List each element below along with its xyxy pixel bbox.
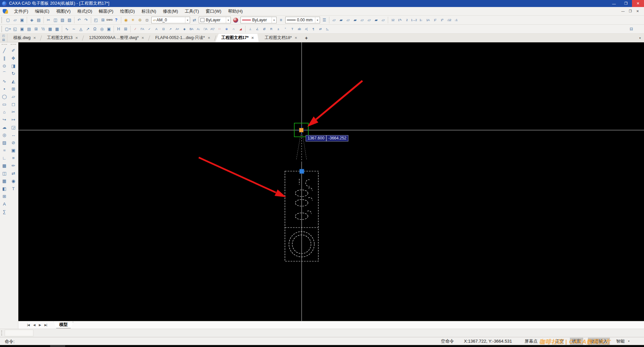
linetype-manager-icon[interactable]: ≡: [278, 17, 284, 23]
menu-draw[interactable]: 绘图(D): [117, 7, 138, 15]
red-grid-dots-icon[interactable]: ∷: [216, 26, 223, 32]
diameter-dim-icon[interactable]: Ø: [261, 26, 268, 32]
lineweight-combo[interactable]: 0.00 mm ▾: [285, 17, 320, 23]
lineweight-manager-icon[interactable]: ☰: [321, 17, 328, 23]
pan-view-icon[interactable]: ◉: [10, 178, 17, 185]
sheet-manager-icon[interactable]: ◰: [2, 34, 5, 38]
number-2-icon[interactable]: 2: [404, 17, 410, 23]
title-block-icon[interactable]: ▣: [19, 26, 25, 32]
layer-new-icon[interactable]: ▱: [331, 17, 337, 23]
tab-close-icon[interactable]: ✕: [295, 36, 297, 40]
close-button[interactable]: ✕: [632, 0, 644, 7]
pattern-fill-icon[interactable]: ▩: [1, 162, 8, 169]
datum-target-icon[interactable]: A: [153, 26, 160, 32]
line-icon[interactable]: ╱: [1, 47, 8, 54]
quick-dim-icon[interactable]: ∕: [132, 26, 139, 32]
clip-link-icon[interactable]: ⊚: [137, 17, 143, 23]
endpoint-grip[interactable]: [299, 128, 303, 132]
paste-special-icon[interactable]: ▨: [66, 17, 73, 23]
layer-lock-icon[interactable]: ▰: [352, 17, 358, 23]
open-file-icon[interactable]: ▱: [12, 17, 18, 23]
menu-file[interactable]: 文件(F): [11, 7, 32, 15]
tolerance-frame-icon[interactable]: ⊡: [160, 26, 167, 32]
color-palette-icon[interactable]: [233, 18, 238, 23]
break-line-icon[interactable]: ∼: [70, 26, 77, 32]
solid-cube-icon[interactable]: ▣: [106, 26, 112, 32]
model-tab[interactable]: 模型: [53, 322, 73, 328]
axis-icon[interactable]: ∟: [1, 154, 8, 162]
table-icon[interactable]: ⊞: [1, 193, 8, 200]
dwg-convert-icon[interactable]: DWG: [106, 17, 113, 23]
save-file-icon[interactable]: ▣: [19, 17, 25, 23]
revision-cloud-icon[interactable]: ☁: [1, 124, 8, 131]
number-12-icon[interactable]: 12: [389, 17, 396, 23]
number-sub-icon[interactable]: 1ª: [439, 17, 445, 23]
last-sheet-icon[interactable]: ▶|: [44, 323, 47, 327]
mirror-icon[interactable]: ◭: [10, 78, 17, 85]
paper-frame-icon[interactable]: ◱: [12, 26, 18, 32]
ole-object-icon[interactable]: ◰: [93, 17, 99, 23]
tab-overflow-icon[interactable]: ▾: [636, 34, 644, 42]
radius-dim-icon[interactable]: R: [268, 26, 275, 32]
tab-flap4-0052[interactable]: FLAP4-0052-1...dwg-只读* ✕: [149, 34, 215, 42]
chevron-down-icon[interactable]: ▾: [185, 17, 190, 23]
tab-template-dwg[interactable]: 模板.dwg ✕: [7, 34, 41, 42]
mirror-curve-icon[interactable]: ◬: [77, 26, 84, 32]
bom-table-icon[interactable]: ▦: [47, 26, 53, 32]
next-sheet-icon[interactable]: ▶: [39, 323, 41, 327]
text-align-icon[interactable]: A¦: [303, 26, 310, 32]
surface-finish-icon[interactable]: ◈: [181, 26, 188, 32]
lowercase-text-icon[interactable]: ab: [296, 26, 303, 32]
leader-note-icon[interactable]: ΓA: [139, 26, 146, 32]
arc-icon[interactable]: ⌒: [1, 70, 8, 77]
stretch-icon[interactable]: ↔: [10, 131, 17, 139]
maximize-button[interactable]: ❐: [620, 0, 632, 7]
erase-icon[interactable]: ✐: [10, 47, 17, 54]
tab-close-icon[interactable]: ✕: [33, 36, 36, 40]
zone-frame-icon[interactable]: ⊞: [33, 26, 39, 32]
layer-match-icon[interactable]: ▱: [366, 17, 372, 23]
donut-icon[interactable]: ◎: [1, 131, 8, 139]
ellipse-icon[interactable]: ◯: [1, 93, 8, 100]
chevron-down-icon[interactable]: ▾: [628, 340, 630, 343]
menu-view[interactable]: 视图(V): [53, 7, 74, 15]
snap-glow-icon[interactable]: ☀: [130, 17, 136, 23]
spline-icon[interactable]: ∿: [1, 78, 8, 85]
rectangle-icon[interactable]: ▭: [1, 101, 8, 108]
double-text-icon[interactable]: A+: [174, 26, 181, 32]
chevron-down-icon[interactable]: ▾: [315, 17, 320, 23]
menu-tools[interactable]: 工具(T): [181, 7, 202, 15]
menu-modify[interactable]: 修改(M): [160, 7, 182, 15]
layer-freeze-icon[interactable]: ▱: [345, 17, 351, 23]
toggle-smart-snap[interactable]: 智能: [614, 338, 627, 345]
child-close-button[interactable]: ✕: [634, 9, 641, 13]
help-icon[interactable]: ?: [113, 17, 120, 23]
display-screen-icon[interactable]: ⊟: [628, 26, 635, 32]
paste-icon[interactable]: ▧: [59, 17, 66, 23]
pointer-icon[interactable]: ↗: [85, 26, 91, 32]
text-tool-icon[interactable]: T: [289, 26, 296, 32]
number-append-icon[interactable]: ↓1: [453, 17, 459, 23]
prev-sheet-icon[interactable]: ◀: [33, 323, 35, 327]
perpendicular-dim-icon[interactable]: ⊥: [247, 26, 254, 32]
chevron-down-icon[interactable]: ▾: [226, 17, 230, 23]
number-sq-icon[interactable]: 1²: [432, 17, 438, 23]
print-icon[interactable]: ▤: [35, 17, 42, 23]
tolerance-dim-icon[interactable]: ±: [275, 26, 282, 32]
toggle-lineweight[interactable]: 线宽: [570, 338, 583, 345]
measure-grid-icon[interactable]: ⊞: [122, 26, 129, 32]
minimize-button[interactable]: —: [608, 0, 620, 7]
layer-prev-icon[interactable]: ▰: [373, 17, 379, 23]
point-icon[interactable]: ▪: [1, 85, 8, 93]
tab-close-icon[interactable]: ✕: [251, 36, 254, 40]
layer-on-icon[interactable]: ▰: [338, 17, 344, 23]
redo-icon[interactable]: ↷: [83, 17, 90, 23]
basic-dim-icon[interactable]: BA: [188, 26, 195, 32]
chevron-down-icon[interactable]: ▾: [272, 17, 276, 23]
region-icon[interactable]: ◧: [1, 185, 8, 193]
command-history-panel[interactable]: [5, 330, 33, 336]
tab-doc17-active[interactable]: 工程图文档17* ✕: [215, 34, 259, 42]
scale-icon[interactable]: ◲: [10, 124, 17, 131]
trim-icon[interactable]: ✂: [10, 108, 17, 116]
hatch-icon[interactable]: ▨: [1, 139, 8, 146]
